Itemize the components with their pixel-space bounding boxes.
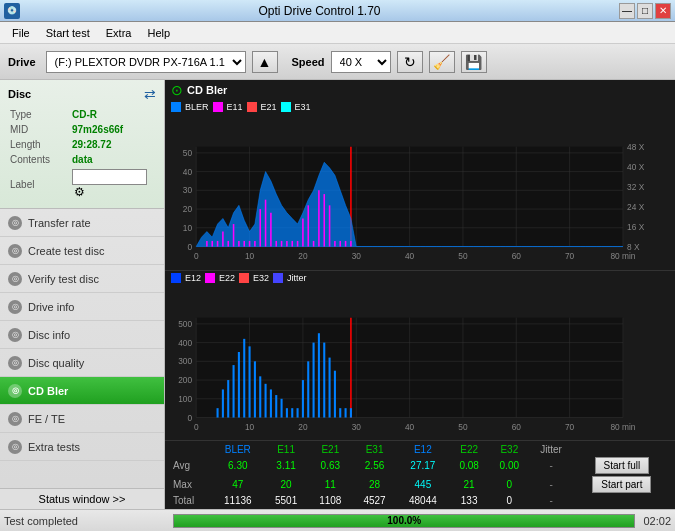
- nav-disc-quality[interactable]: ◎ Disc quality: [0, 349, 164, 377]
- svg-text:10: 10: [245, 251, 255, 261]
- max-e12: 445: [397, 475, 449, 494]
- eject-button[interactable]: ▲: [252, 51, 278, 73]
- settings-icon[interactable]: ⚙: [74, 185, 85, 199]
- refresh-button[interactable]: ↻: [397, 51, 423, 73]
- jitter-legend-label: Jitter: [287, 273, 307, 283]
- col-e11: E11: [264, 443, 308, 456]
- total-e11: 5501: [264, 494, 308, 507]
- nav-transfer-rate[interactable]: ◎ Transfer rate: [0, 209, 164, 237]
- col-e12: E12: [397, 443, 449, 456]
- e22-legend-label: E22: [219, 273, 235, 283]
- avg-e31: 2.56: [352, 456, 396, 475]
- speed-select[interactable]: 40 X: [331, 51, 391, 73]
- max-e32: 0: [489, 475, 529, 494]
- chart-header: ⊙ CD Bler: [165, 80, 675, 100]
- svg-text:50: 50: [458, 422, 468, 432]
- svg-text:70: 70: [565, 251, 575, 261]
- svg-text:40 X: 40 X: [627, 162, 645, 172]
- speed-label: Speed: [292, 56, 325, 68]
- avg-e21: 0.63: [308, 456, 352, 475]
- statusbar: Test completed 100.0% 02:02: [0, 509, 675, 531]
- start-full-button[interactable]: Start full: [595, 457, 650, 474]
- type-value: CD-R: [72, 108, 154, 121]
- max-jitter: -: [529, 475, 572, 494]
- top-legend: BLER E11 E21 E31: [165, 100, 675, 114]
- contents-value: data: [72, 153, 154, 166]
- start-full-cell: Start full: [573, 456, 671, 475]
- col-e22: E22: [449, 443, 489, 456]
- main-area: Disc ⇄ Type CD-R MID 97m26s66f Length 29…: [0, 80, 675, 509]
- nav-icon: ◎: [8, 356, 22, 370]
- nav-disc-info[interactable]: ◎ Disc info: [0, 321, 164, 349]
- title-text: Opti Drive Control 1.70: [20, 4, 619, 18]
- avg-e22: 0.08: [449, 456, 489, 475]
- start-part-button[interactable]: Start part: [592, 476, 651, 493]
- nav-extra-tests[interactable]: ◎ Extra tests: [0, 433, 164, 461]
- status-window-button[interactable]: Status window >>: [0, 488, 164, 509]
- svg-text:48 X: 48 X: [627, 142, 645, 152]
- nav-icon: ◎: [8, 384, 22, 398]
- svg-text:10: 10: [183, 223, 193, 233]
- top-chart-svg: 01020304050607080 min0102030405048 X40 X…: [165, 116, 675, 286]
- toolbar: Drive (F:) PLEXTOR DVDR PX-716A 1.11 ▲ S…: [0, 44, 675, 80]
- status-text: Test completed: [4, 515, 169, 527]
- label-label: Label: [10, 168, 70, 200]
- label-input[interactable]: [72, 169, 147, 185]
- nav-verify-test-disc[interactable]: ◎ Verify test disc: [0, 265, 164, 293]
- svg-text:60: 60: [512, 251, 522, 261]
- max-label: Max: [169, 475, 212, 494]
- svg-text:50: 50: [183, 148, 193, 158]
- svg-text:400: 400: [178, 337, 192, 347]
- svg-text:0: 0: [194, 251, 199, 261]
- nav-cd-bler[interactable]: ◎ CD Bler: [0, 377, 164, 405]
- e11-legend-color: [213, 102, 223, 112]
- e21-legend-label: E21: [261, 102, 277, 112]
- svg-text:0: 0: [187, 412, 192, 422]
- svg-text:100: 100: [178, 393, 192, 403]
- chart-title: CD Bler: [187, 84, 227, 96]
- col-e32: E32: [489, 443, 529, 456]
- maximize-button[interactable]: □: [637, 3, 653, 19]
- svg-text:30: 30: [352, 422, 362, 432]
- nav-icon: ◎: [8, 328, 22, 342]
- nav-fe-te[interactable]: ◎ FE / TE: [0, 405, 164, 433]
- bottom-legend: E12 E22 E32 Jitter: [165, 271, 675, 285]
- menu-help[interactable]: Help: [139, 25, 178, 41]
- type-label: Type: [10, 108, 70, 121]
- content-area: ⊙ CD Bler BLER E11 E21 E31 0102030405060…: [165, 80, 675, 509]
- col-empty: [169, 443, 212, 456]
- nav-drive-info[interactable]: ◎ Drive info: [0, 293, 164, 321]
- mid-value: 97m26s66f: [72, 123, 154, 136]
- e12-legend-label: E12: [185, 273, 201, 283]
- jitter-legend-color: [273, 273, 283, 283]
- max-row: Max 47 20 11 28 445 21 0 - Start part: [169, 475, 671, 494]
- disc-nav-icon[interactable]: ⇄: [144, 86, 156, 102]
- progress-text: 100.0%: [174, 515, 634, 527]
- svg-text:0: 0: [194, 422, 199, 432]
- close-button[interactable]: ✕: [655, 3, 671, 19]
- total-e22: 133: [449, 494, 489, 507]
- avg-e12: 27.17: [397, 456, 449, 475]
- e12-legend-color: [171, 273, 181, 283]
- nav-create-test-disc[interactable]: ◎ Create test disc: [0, 237, 164, 265]
- svg-text:40: 40: [405, 422, 415, 432]
- svg-text:40: 40: [405, 251, 415, 261]
- e32-legend-color: [239, 273, 249, 283]
- menu-file[interactable]: File: [4, 25, 38, 41]
- drive-select[interactable]: (F:) PLEXTOR DVDR PX-716A 1.11: [46, 51, 246, 73]
- svg-text:300: 300: [178, 356, 192, 366]
- progress-bar-container: 100.0%: [173, 514, 635, 528]
- nav-icon: ◎: [8, 216, 22, 230]
- clear-button[interactable]: 🧹: [429, 51, 455, 73]
- start-part-cell: Start part: [573, 475, 671, 494]
- menu-start-test[interactable]: Start test: [38, 25, 98, 41]
- max-e31: 28: [352, 475, 396, 494]
- minimize-button[interactable]: —: [619, 3, 635, 19]
- total-label: Total: [169, 494, 212, 507]
- nav-icon: ◎: [8, 412, 22, 426]
- menu-extra[interactable]: Extra: [98, 25, 140, 41]
- charts-container: BLER E11 E21 E31 01020304050607080 min01…: [165, 100, 675, 440]
- time-display: 02:02: [643, 515, 671, 527]
- save-button[interactable]: 💾: [461, 51, 487, 73]
- svg-text:200: 200: [178, 375, 192, 385]
